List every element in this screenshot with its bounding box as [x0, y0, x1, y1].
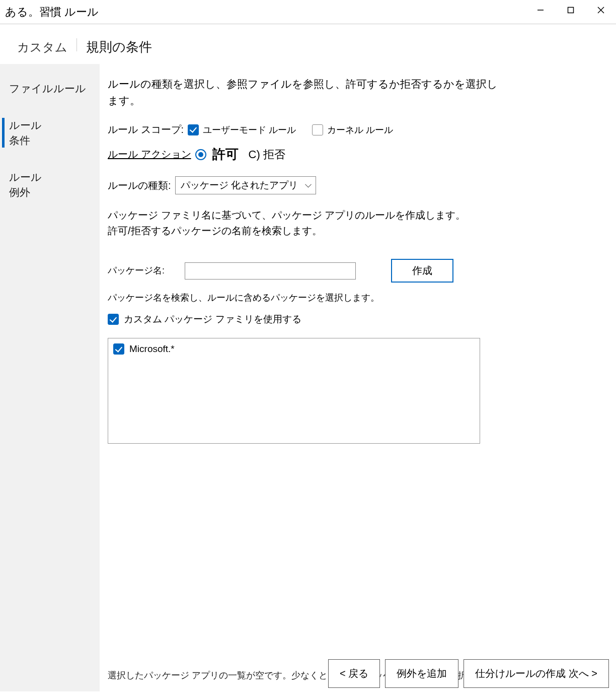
svg-rect-1: [568, 8, 574, 13]
header-right: 規則の条件: [86, 38, 152, 56]
minimize-button[interactable]: [525, 0, 556, 20]
sidebar-item-rule-conditions[interactable]: ルール 条件: [0, 107, 100, 159]
user-mode-checkbox[interactable]: [188, 124, 199, 135]
rule-action-row: ルール アクション 許可 C) 拒否: [108, 146, 601, 163]
rule-type-select[interactable]: パッケージ 化されたアプリ: [175, 176, 316, 194]
create-button[interactable]: 作成: [391, 259, 453, 283]
package-name-input[interactable]: [185, 262, 356, 280]
rule-action-label: ルール アクション: [108, 148, 191, 161]
titlebar: ある。習慣 ルール: [0, 0, 616, 24]
package-name-label: パッケージ名:: [108, 264, 165, 277]
footer: < 戻る 例外を追加 仕分けルールの作成 次へ >: [328, 659, 609, 688]
maximize-button[interactable]: [556, 0, 586, 20]
rule-type-row: ルールの種類: パッケージ 化されたアプリ: [108, 176, 601, 194]
sidebar-item-file-rules[interactable]: ファイルルール: [0, 70, 100, 107]
next-button[interactable]: 仕分けルールの作成 次へ >: [464, 659, 609, 688]
package-description: パッケージ ファミリ名に基づいて、パッケージ アプリのルールを作成します。 許可…: [108, 207, 601, 239]
kernel-checkbox[interactable]: [312, 124, 323, 135]
package-item-checkbox[interactable]: [113, 343, 124, 355]
description: ルールの種類を選択し、参照ファイルを参照し、許可するか拒否するかを選択します。: [108, 76, 500, 109]
close-button[interactable]: [586, 0, 616, 20]
custom-package-label: カスタム パッケージ ファミリを使用する: [124, 313, 301, 326]
package-list-item[interactable]: Microsoft.*: [113, 343, 475, 355]
sidebar-item-label: ファイルルール: [9, 83, 86, 94]
window-title: ある。習慣 ルール: [5, 5, 99, 20]
rule-type-value: パッケージ 化されたアプリ: [181, 180, 298, 190]
search-hint: パッケージ名を検索し、ルールに含めるパッケージを選択します。: [108, 292, 601, 304]
sidebar: ファイルルール ルール 条件 ルール 例外: [0, 64, 100, 691]
sidebar-item-label: ルール 例外: [9, 171, 42, 197]
header-divider: [76, 38, 77, 51]
add-exception-button[interactable]: 例外を追加: [385, 659, 458, 688]
custom-package-row: カスタム パッケージ ファミリを使用する: [108, 313, 601, 326]
page-header: カスタム 規則の条件: [0, 24, 616, 64]
rule-scope-label: ルール スコープ:: [108, 123, 184, 136]
package-name-row: パッケージ名: 作成: [108, 259, 601, 283]
back-button[interactable]: < 戻る: [328, 659, 380, 688]
rule-scope-row: ルール スコープ: ユーザーモード ルール カーネル ルール: [108, 123, 601, 136]
body: ファイルルール ルール 条件 ルール 例外 ルールの種類を選択し、参照ファイルを…: [0, 64, 616, 691]
user-mode-label: ユーザーモード ルール: [203, 124, 296, 136]
window-controls: [525, 0, 616, 20]
package-list: Microsoft.*: [108, 338, 480, 444]
deny-label: C) 拒否: [249, 147, 285, 162]
sidebar-item-label: ルール 条件: [9, 119, 42, 146]
custom-package-checkbox[interactable]: [108, 314, 119, 325]
kernel-label: カーネル ルール: [327, 124, 393, 136]
package-item-label: Microsoft.*: [129, 343, 175, 355]
allow-label: 許可: [212, 146, 239, 163]
allow-radio[interactable]: [195, 149, 206, 160]
header-left: カスタム: [17, 39, 67, 55]
main-panel: ルールの種類を選択し、参照ファイルを参照し、許可するか拒否するかを選択します。 …: [100, 64, 616, 691]
sidebar-item-rule-exceptions[interactable]: ルール 例外: [0, 159, 100, 211]
rule-type-label: ルールの種類:: [108, 179, 171, 192]
